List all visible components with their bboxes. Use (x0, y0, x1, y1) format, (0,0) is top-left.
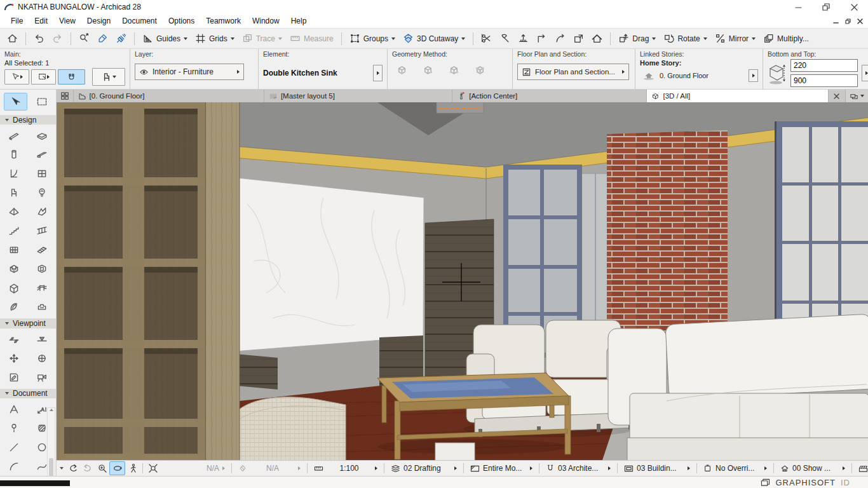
geometry-cube-3-icon[interactable] (448, 64, 460, 76)
restore-button[interactable] (812, 0, 840, 14)
statusbar-collapse-icon[interactable] (60, 467, 64, 470)
undo-button[interactable] (31, 31, 48, 46)
arrow-tool[interactable] (4, 93, 27, 111)
camera-tool[interactable] (28, 368, 56, 387)
measure-button[interactable]: Measure (287, 31, 337, 46)
opening-tool[interactable] (28, 259, 56, 278)
morph-tool[interactable] (0, 278, 28, 297)
pen-set-dropdown[interactable]: 03 Archite... (542, 462, 614, 475)
next-view-button[interactable] (80, 462, 95, 475)
doc-restore-icon[interactable] (845, 18, 851, 24)
curtain-wall-tool[interactable] (0, 240, 28, 259)
menu-help[interactable]: Help (285, 15, 313, 27)
lamp-tool[interactable] (28, 183, 56, 202)
pick-up-parameters-button[interactable] (94, 31, 111, 46)
inject-parameters-button[interactable] (112, 31, 130, 46)
mesh-tool[interactable] (28, 278, 56, 297)
toolbox-section-document[interactable]: Document (0, 389, 56, 398)
grids-dropdown[interactable]: Grids (192, 31, 238, 46)
3d-viewport[interactable] (57, 102, 868, 460)
layer-combination-dropdown[interactable]: 02 Drafting (387, 462, 461, 475)
roof-home-button[interactable] (588, 31, 606, 46)
magnet-toggle-button[interactable] (58, 69, 85, 85)
zoom-na-dropdown[interactable]: N/A (160, 462, 229, 475)
orientation-na-dropdown[interactable]: N/A (234, 462, 304, 475)
curve-edit-button[interactable] (552, 31, 569, 46)
roof-tool[interactable] (0, 202, 28, 221)
geometry-cube-1-icon[interactable] (396, 64, 408, 76)
arc-tool[interactable] (0, 457, 28, 476)
guides-dropdown[interactable]: Guides (139, 31, 191, 46)
geometry-cube-4-icon[interactable] (474, 64, 486, 76)
wall-tool[interactable] (0, 126, 28, 145)
geometry-cube-2-icon[interactable] (422, 64, 434, 76)
worksheet-tool[interactable] (0, 368, 28, 387)
model-view-dropdown[interactable]: 03 Buildin... (620, 462, 694, 475)
tab-ground-floor[interactable]: [0. Ground Floor] (74, 90, 264, 102)
renovation-filter-dropdown[interactable]: 00 Show ... (776, 462, 849, 475)
scale-dropdown[interactable]: 1:100 (310, 462, 381, 475)
main-model-dropdown[interactable]: Main Mo... (855, 462, 868, 475)
tab-master-layout[interactable]: [Master layout 5] (264, 90, 452, 102)
interior-elevation-tool[interactable] (0, 349, 28, 368)
door-tool[interactable] (0, 164, 28, 183)
menu-design[interactable]: Design (81, 15, 116, 27)
home-story-flyout-button[interactable] (749, 69, 758, 82)
bottom-top-flyout-button[interactable] (862, 65, 868, 81)
doc-close-icon[interactable] (857, 18, 863, 24)
previous-view-button[interactable] (65, 462, 80, 475)
marquee-tool[interactable] (30, 93, 53, 111)
scroll-up-icon[interactable] (50, 409, 53, 411)
fillet-button[interactable] (533, 31, 550, 46)
toolbox-scrollbar[interactable] (47, 407, 55, 476)
arrow-tool-button[interactable] (4, 69, 29, 85)
marquee-tool-button[interactable] (31, 69, 56, 85)
tab-list-dropdown[interactable] (845, 90, 868, 102)
intersect-button[interactable] (515, 31, 532, 46)
zone-tool[interactable] (28, 297, 56, 316)
zoom-in-button[interactable] (95, 462, 109, 475)
scroll-thumb[interactable] (49, 458, 53, 476)
element-flyout-button[interactable] (373, 65, 383, 81)
beam-tool[interactable] (28, 145, 56, 164)
detail-tool[interactable] (28, 349, 56, 368)
menu-file[interactable]: File (5, 15, 29, 27)
stair-tool[interactable] (0, 221, 28, 240)
tab-action-center[interactable]: [Action Center] (452, 90, 647, 102)
floorplan-display-selector[interactable]: Floor Plan and Section... (517, 64, 629, 80)
elevation-tool[interactable] (28, 330, 56, 349)
adjust-button[interactable] (496, 31, 513, 46)
section-tool[interactable] (0, 330, 28, 349)
menu-edit[interactable]: Edit (29, 15, 53, 27)
window-stack-icon[interactable] (761, 478, 770, 487)
groups-dropdown[interactable]: Groups (346, 31, 398, 46)
window-tool[interactable] (28, 164, 56, 183)
toolbox-section-viewpoint[interactable]: Viewpoint (0, 318, 56, 328)
top-offset-input[interactable] (790, 59, 858, 72)
text-tool[interactable] (0, 400, 28, 419)
default-settings-button[interactable] (92, 68, 125, 86)
orbit-button[interactable] (109, 461, 125, 475)
menu-options[interactable]: Options (163, 15, 200, 27)
freeform-shell-tool[interactable] (0, 297, 28, 316)
slab-tool[interactable] (28, 126, 56, 145)
mirror-dropdown[interactable]: Mirror (712, 31, 759, 46)
tab-3d-all[interactable]: [3D / All] (647, 90, 829, 102)
split-button[interactable] (478, 31, 495, 46)
explore-walk-button[interactable] (125, 462, 140, 475)
object-tool[interactable] (0, 183, 28, 202)
rotate-dropdown[interactable]: Rotate (660, 31, 710, 46)
fit-in-window-button[interactable] (146, 462, 160, 475)
menu-view[interactable]: View (53, 15, 81, 27)
column-tool[interactable] (0, 145, 28, 164)
tab-close-button[interactable] (829, 90, 845, 102)
bottom-offset-input[interactable] (790, 74, 858, 87)
cutaway-dropdown[interactable]: 3D Cutaway (400, 31, 468, 46)
home-button[interactable] (4, 31, 21, 46)
graphisoft-brand[interactable]: GRAPHISOFT (775, 478, 836, 487)
close-button[interactable] (840, 0, 868, 14)
multiply-button[interactable]: Multiply... (760, 31, 812, 46)
minimize-button[interactable] (784, 0, 812, 14)
stretch-button[interactable] (570, 31, 587, 46)
menu-window[interactable]: Window (247, 15, 285, 27)
